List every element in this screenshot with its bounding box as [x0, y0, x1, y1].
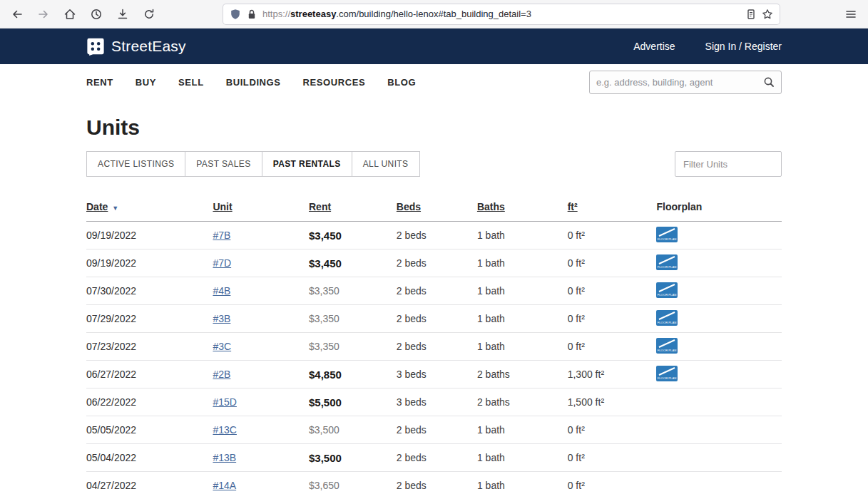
table-row: 05/05/2022#13C$3,5002 beds1 bath0 ft²: [86, 416, 782, 444]
nav-item-rent[interactable]: RENT: [86, 77, 113, 88]
refresh-icon[interactable]: [143, 9, 155, 20]
tab-active-listings[interactable]: ACTIVE LISTINGS: [86, 151, 185, 177]
floorplan-button[interactable]: FLOOR PLAN: [656, 282, 678, 298]
unit-link[interactable]: #4B: [213, 285, 230, 297]
unit-sqft: 1,500 ft²: [568, 396, 657, 408]
browser-chrome: https://streeteasy.com/building/hello-le…: [0, 0, 868, 29]
floorplan-button[interactable]: FLOOR PLAN: [656, 338, 678, 354]
unit-baths: 2 baths: [477, 396, 568, 408]
unit-baths: 1 bath: [477, 313, 568, 324]
floorplan-button[interactable]: FLOOR PLAN: [656, 227, 678, 242]
column-header-rent[interactable]: Rent: [309, 201, 331, 212]
unit-link[interactable]: #3C: [213, 341, 231, 352]
unit-sqft: 0 ft²: [568, 313, 657, 324]
bookmark-star-icon[interactable]: [762, 9, 773, 20]
column-header-ft[interactable]: ft²: [568, 201, 578, 212]
address-bar[interactable]: https://streeteasy.com/building/hello-le…: [223, 4, 780, 24]
advertise-link[interactable]: Advertise: [633, 41, 675, 52]
unit-rent: $4,850: [309, 369, 397, 381]
svg-text:FLOOR PLAN: FLOOR PLAN: [658, 349, 677, 352]
unit-beds: 2 beds: [397, 424, 477, 436]
unit-beds: 2 beds: [397, 285, 477, 297]
unit-sqft: 0 ft²: [568, 480, 657, 491]
tab-all-units[interactable]: ALL UNITS: [352, 151, 420, 177]
unit-link[interactable]: #7D: [213, 257, 231, 269]
unit-cell: #7D: [213, 257, 309, 269]
floorplan-cell: FLOOR PLAN: [656, 254, 782, 272]
unit-link[interactable]: #13C: [213, 424, 236, 436]
table-row: 09/19/2022#7B$3,4502 beds1 bath0 ft²FLOO…: [86, 222, 782, 249]
floorplan-button[interactable]: FLOOR PLAN: [656, 254, 678, 270]
svg-text:FLOOR PLAN: FLOOR PLAN: [658, 237, 677, 241]
table-row: 09/19/2022#7D$3,4502 beds1 bath0 ft²FLOO…: [86, 249, 782, 277]
nav-item-buildings[interactable]: BUILDINGS: [226, 77, 281, 88]
svg-text:FLOOR PLAN: FLOOR PLAN: [658, 265, 677, 269]
units-section: Units ACTIVE LISTINGSPAST SALESPAST RENT…: [86, 115, 782, 494]
unit-cell: #2B: [213, 369, 309, 380]
unit-baths: 1 bath: [477, 257, 568, 269]
unit-rent: $3,450: [309, 230, 397, 242]
table-row: 06/27/2022#2B$4,8503 beds2 baths1,300 ft…: [86, 361, 782, 388]
column-header-beds[interactable]: Beds: [397, 201, 421, 212]
home-icon[interactable]: [64, 9, 76, 20]
search-input[interactable]: [596, 77, 763, 88]
history-icon[interactable]: [91, 9, 102, 20]
unit-baths: 1 bath: [477, 480, 568, 491]
column-header-baths[interactable]: Baths: [477, 201, 505, 212]
download-icon[interactable]: [117, 9, 128, 20]
forward-icon[interactable]: [38, 9, 49, 20]
unit-link[interactable]: #13B: [213, 452, 236, 463]
unit-date: 07/23/2022: [86, 341, 213, 352]
filter-units-input[interactable]: [675, 151, 782, 177]
unit-link[interactable]: #3B: [213, 313, 230, 324]
unit-sqft: 0 ft²: [568, 452, 657, 463]
signin-register-link[interactable]: Sign In / Register: [705, 41, 782, 52]
unit-link[interactable]: #7B: [213, 230, 230, 241]
unit-beds: 2 beds: [397, 230, 477, 241]
page-actions-icon[interactable]: [745, 9, 757, 20]
url-path: .com/building/hello-lenox#tab_building_d…: [336, 9, 531, 19]
site-search: [589, 71, 782, 94]
floorplan-button[interactable]: FLOOR PLAN: [656, 366, 678, 381]
streeteasy-logo[interactable]: StreetEasy: [86, 37, 186, 56]
floorplan-icon: FLOOR PLAN: [656, 338, 678, 354]
floorplan-cell: FLOOR PLAN: [656, 282, 782, 300]
url-text: https://streeteasy.com/building/hello-le…: [262, 9, 740, 19]
unit-link[interactable]: #2B: [213, 369, 230, 380]
column-header-date[interactable]: Date▼: [86, 201, 118, 212]
svg-text:FLOOR PLAN: FLOOR PLAN: [658, 321, 677, 324]
unit-rent: $3,350: [309, 313, 397, 324]
url-scheme: https://: [262, 9, 290, 19]
tab-past-sales[interactable]: PAST SALES: [185, 151, 262, 177]
nav-item-buy[interactable]: BUY: [136, 77, 156, 88]
tabs-row: ACTIVE LISTINGSPAST SALESPAST RENTALSALL…: [86, 151, 782, 177]
floorplan-button[interactable]: FLOOR PLAN: [656, 310, 678, 326]
nav-item-resources[interactable]: RESOURCES: [303, 77, 366, 88]
unit-date: 09/19/2022: [86, 257, 213, 269]
unit-sqft: 0 ft²: [568, 285, 657, 297]
table-body: 09/19/2022#7B$3,4502 beds1 bath0 ft²FLOO…: [86, 222, 782, 494]
lock-icon[interactable]: [246, 9, 257, 20]
nav-item-sell[interactable]: SELL: [178, 77, 204, 88]
table-row: 06/22/2022#15D$5,5003 beds2 baths1,500 f…: [86, 388, 782, 416]
table-row: 07/29/2022#3B$3,3502 beds1 bath0 ft²FLOO…: [86, 305, 782, 333]
unit-link[interactable]: #15D: [213, 396, 236, 408]
nav-item-blog[interactable]: BLOG: [387, 77, 416, 88]
search-icon[interactable]: [763, 76, 775, 88]
menu-icon[interactable]: [845, 9, 857, 20]
unit-beds: 2 beds: [397, 313, 477, 324]
shield-icon[interactable]: [230, 9, 241, 20]
unit-beds: 2 beds: [397, 452, 477, 463]
tab-past-rentals[interactable]: PAST RENTALS: [262, 151, 352, 177]
back-icon[interactable]: [11, 9, 23, 20]
unit-rent: $3,450: [309, 257, 397, 269]
floorplan-icon: FLOOR PLAN: [656, 366, 678, 381]
unit-link[interactable]: #14A: [213, 480, 236, 491]
unit-date: 06/27/2022: [86, 369, 213, 380]
unit-date: 07/29/2022: [86, 313, 213, 324]
unit-date: 07/30/2022: [86, 285, 213, 297]
floorplan-cell: FLOOR PLAN: [656, 310, 782, 328]
unit-beds: 2 beds: [397, 257, 477, 269]
floorplan-cell: FLOOR PLAN: [656, 366, 782, 384]
column-header-unit[interactable]: Unit: [213, 201, 232, 212]
